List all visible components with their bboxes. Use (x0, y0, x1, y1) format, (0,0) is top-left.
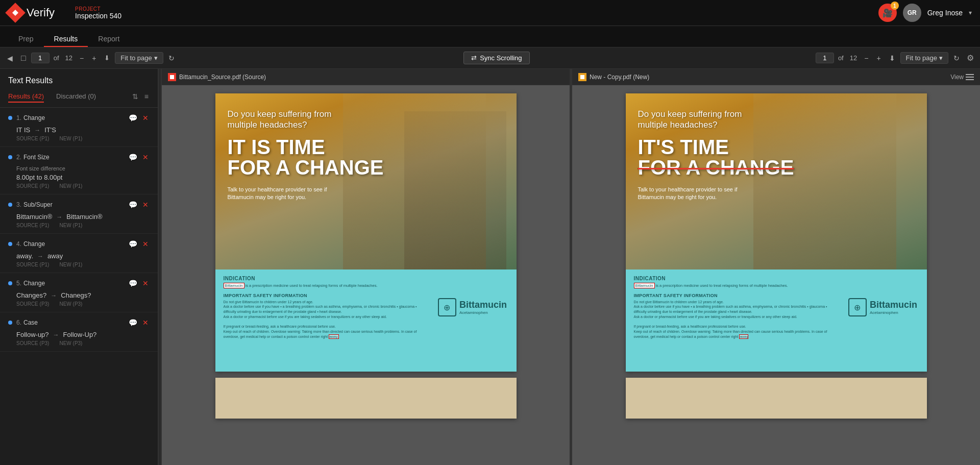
result-3-number: 3. (16, 201, 21, 208)
result-6-type: Case (23, 319, 38, 326)
gear-btn[interactable]: ⚙ (965, 51, 976, 65)
page-thumbnail-btn[interactable]: □ (18, 52, 29, 65)
result-5-header: 5. Change 💬 ✕ (8, 278, 150, 288)
result-4-comment-btn[interactable]: 💬 (128, 239, 138, 249)
result-5-dismiss-btn[interactable]: ✕ (141, 278, 150, 288)
new-doc-header: New - Copy.pdf (New) View (572, 69, 980, 85)
result-6-source-text: Follow-up? (16, 331, 49, 338)
sidebar-tab-results[interactable]: Results (42) (8, 90, 44, 102)
right-download-btn[interactable]: ⬇ (886, 52, 898, 64)
result-6-new-text: Follow-Up? (63, 331, 97, 338)
new-doc-content[interactable]: Do you keep suffering from multiple head… (572, 85, 980, 465)
right-fit-label: Fit to page (906, 54, 937, 62)
sort-btn[interactable]: ⇅ (131, 91, 139, 102)
result-1-source-meta: SOURCE (P1) (16, 136, 49, 141)
notification-icon[interactable]: 🎥 1 (878, 4, 897, 22)
new-hero-title: IT'S TIME FOR A CHANGE (638, 137, 794, 178)
result-item-5[interactable]: 5. Change 💬 ✕ Changes? → Chanegs? SOURCE… (0, 273, 158, 312)
left-zoom-out-btn[interactable]: − (77, 52, 87, 64)
new-indication-text: Bittamucin is a prescription medicine us… (634, 283, 841, 289)
left-zoom-in-btn[interactable]: + (89, 52, 99, 64)
left-download-btn[interactable]: ⬇ (101, 52, 113, 64)
right-zoom-out-btn[interactable]: − (861, 52, 871, 64)
result-4-actions: 💬 ✕ (128, 239, 150, 249)
result-2-actions: 💬 ✕ (128, 152, 150, 162)
result-3-header: 3. Sub/Super 💬 ✕ (8, 200, 150, 210)
result-item-1[interactable]: 1. Change 💬 ✕ IT IS → IT'S SOURCE (P1) N… (0, 108, 158, 147)
prev-page-btn[interactable]: ◀ (4, 52, 16, 64)
result-2-dismiss-btn[interactable]: ✕ (141, 152, 150, 162)
svg-rect-3 (966, 74, 974, 75)
new-page-hero: Do you keep suffering from multiple head… (626, 93, 927, 270)
view-btn[interactable]: View (950, 74, 974, 81)
source-doc-content[interactable]: Do you keep suffering from multiple head… (162, 85, 570, 465)
result-1-dot (8, 116, 12, 120)
main-layout: Text Results Results (42) Discarded (0) … (0, 69, 980, 465)
right-page-input[interactable] (816, 53, 834, 63)
right-refresh-btn[interactable]: ↻ (950, 52, 963, 64)
filter-btn[interactable]: ≡ (143, 91, 150, 102)
tab-prep[interactable]: Prep (8, 35, 44, 47)
result-2-header: 2. Font Size 💬 ✕ (8, 152, 150, 162)
tab-report[interactable]: Report (88, 35, 130, 47)
user-name: Greg Inose (927, 9, 963, 17)
result-4-new-meta: NEW (P1) (59, 262, 82, 267)
svg-rect-2 (580, 75, 584, 79)
right-zoom-in-btn[interactable]: + (873, 52, 884, 64)
result-1-dismiss-btn[interactable]: ✕ (141, 113, 150, 123)
left-fit-btn[interactable]: Fit to page ▾ (115, 52, 163, 64)
result-2-new-meta: NEW (P1) (59, 183, 82, 189)
result-3-source-meta: SOURCE (P1) (16, 223, 49, 228)
result-4-new-text: away (47, 252, 63, 260)
result-2-comment-btn[interactable]: 💬 (128, 152, 138, 162)
result-5-dot (8, 281, 12, 285)
result-item-6[interactable]: 6. Case 💬 ✕ Follow-up? → Follow-Up? SOUR… (0, 312, 158, 352)
tab-results[interactable]: Results (44, 35, 88, 47)
result-4-dismiss-btn[interactable]: ✕ (141, 239, 150, 249)
result-5-type: Change (23, 280, 45, 287)
result-2-size-text: 8.00pt to 8.00pt (16, 174, 62, 181)
result-4-content: away. → away (8, 252, 150, 260)
result-6-number: 6. (16, 319, 21, 326)
left-page-input[interactable] (31, 53, 50, 63)
result-1-content: IT IS → IT'S (8, 126, 150, 134)
result-6-dot (8, 321, 12, 325)
sync-scroll-btn[interactable]: ⇄ Sync Scrolling (463, 52, 529, 64)
sidebar-tab-discarded[interactable]: Discarded (0) (56, 90, 96, 102)
result-3-actions: 💬 ✕ (128, 200, 150, 210)
new-doc-viewer: New - Copy.pdf (New) View Do you keep su… (572, 69, 980, 465)
result-6-content: Follow-up? → Follow-Up? (8, 331, 150, 338)
result-3-comment-btn[interactable]: 💬 (128, 200, 138, 210)
result-6-comment-btn[interactable]: 💬 (128, 317, 138, 328)
result-3-new-meta: NEW (P1) (59, 223, 82, 228)
new-safety-title: IMPORTANT SAFETY INFORMATION (634, 293, 841, 298)
svg-rect-1 (170, 75, 174, 79)
right-fit-chevron-icon: ▾ (939, 54, 943, 62)
result-3-meta: SOURCE (P1) NEW (P1) (8, 223, 150, 228)
right-fit-btn[interactable]: Fit to page ▾ (900, 52, 948, 64)
source-hero-text: Do you keep suffering from multiple head… (228, 109, 384, 201)
result-5-new-meta: NEW (P3) (59, 301, 82, 307)
result-item-3[interactable]: 3. Sub/Super 💬 ✕ Bittamucin® → Bittamuci… (0, 194, 158, 234)
user-avatar[interactable]: GR (903, 4, 921, 22)
new-doc-page-1: Do you keep suffering from multiple head… (626, 93, 927, 372)
result-1-comment-btn[interactable]: 💬 (128, 113, 138, 123)
result-3-dismiss-btn[interactable]: ✕ (141, 200, 150, 210)
result-4-meta: SOURCE (P1) NEW (P1) (8, 262, 150, 267)
left-fit-label: Fit to page (120, 54, 152, 62)
result-1-new-meta: NEW (P1) (59, 136, 82, 141)
right-page-total: 12 (848, 54, 859, 62)
tab-bar: Prep Results Report (0, 26, 980, 47)
result-item-2[interactable]: 2. Font Size 💬 ✕ Font size difference 8.… (0, 147, 158, 194)
user-chevron-icon[interactable]: ▾ (969, 9, 972, 16)
result-2-content: 8.00pt to 8.00pt (8, 174, 150, 181)
result-4-arrow: → (37, 253, 43, 260)
result-6-dismiss-btn[interactable]: ✕ (141, 317, 150, 328)
result-item-4[interactable]: 4. Change 💬 ✕ away. → away SOURCE (P1) N… (0, 234, 158, 273)
project-label: PROJECT (75, 6, 121, 12)
result-3-new-text: Bittamucin® (66, 213, 102, 221)
left-refresh-btn[interactable]: ↻ (165, 52, 178, 64)
result-5-comment-btn[interactable]: 💬 (128, 278, 138, 288)
source-doc-header: Bittamucin_Source.pdf (Source) (162, 69, 570, 85)
result-6-source-meta: SOURCE (P3) (16, 340, 49, 346)
